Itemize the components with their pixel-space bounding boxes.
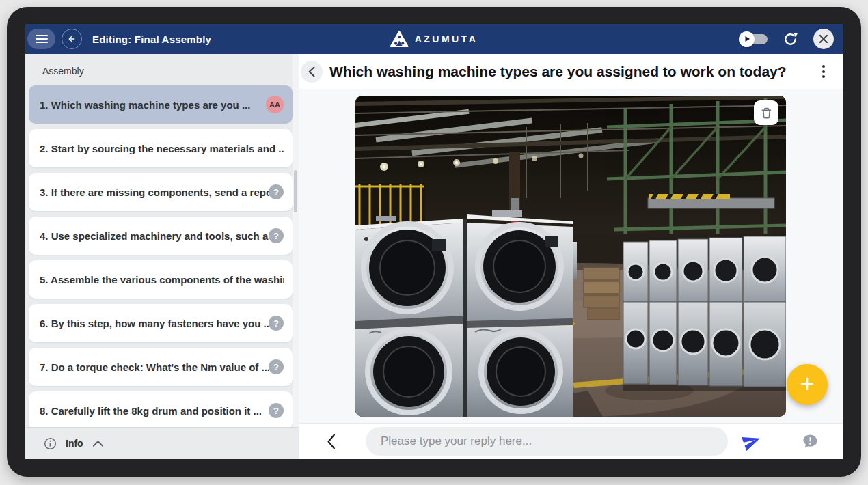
collapse-reply-button[interactable] — [326, 433, 336, 450]
send-icon — [739, 428, 765, 454]
step-item-1[interactable]: 1. Which washing machine types are you .… — [29, 85, 293, 124]
question-header: Which washing machine types are you assi… — [299, 54, 843, 89]
question-badge: ? — [269, 184, 284, 199]
kebab-menu-icon[interactable] — [818, 61, 829, 82]
azumuta-brand: AZUMUTA — [390, 31, 478, 48]
add-content-button[interactable]: + — [787, 364, 828, 405]
trash-icon — [760, 107, 773, 120]
assignee-avatar: AA — [266, 96, 284, 113]
azumuta-logo-icon — [390, 31, 409, 48]
step-item-5[interactable]: 5. Assemble the various components of th… — [29, 260, 293, 299]
step-item-7[interactable]: 7. Do a torque check: What's the Nm valu… — [29, 348, 293, 386]
step-item-2[interactable]: 2. Start by sourcing the necessary mater… — [29, 129, 293, 167]
reply-bar — [299, 423, 843, 459]
step-item-3[interactable]: 3. If there are missing components, send… — [29, 173, 293, 211]
brand-name: AZUMUTA — [415, 33, 478, 44]
close-button[interactable] — [813, 29, 834, 49]
refresh-icon — [783, 31, 798, 47]
info-label: Info — [66, 438, 83, 449]
top-bar: Editing: Final Assembly AZUMUTA — [25, 24, 843, 54]
back-button-topbar[interactable] — [62, 29, 82, 49]
question-title: Which washing machine types are you assi… — [329, 64, 787, 80]
report-issue-button[interactable] — [796, 428, 824, 455]
previous-step-button[interactable] — [301, 61, 323, 83]
question-badge: ? — [269, 359, 284, 374]
refresh-button[interactable] — [783, 31, 798, 47]
step-item-6[interactable]: 6. By this step, how many fasteners have… — [29, 304, 293, 342]
chevron-left-icon — [326, 433, 336, 450]
sidebar-scrollbar — [293, 54, 299, 427]
preview-toggle[interactable] — [739, 33, 768, 46]
step-list: 1. Which washing machine types are you .… — [25, 85, 299, 427]
editing-title: Editing: Final Assembly — [92, 33, 211, 45]
section-label: Assembly — [25, 54, 299, 85]
play-icon — [744, 36, 750, 42]
step-item-8[interactable]: 8. Carefully lift the 8kg drum and posit… — [29, 391, 293, 427]
reply-input[interactable] — [366, 427, 728, 456]
question-badge: ? — [269, 403, 284, 418]
arrow-left-icon — [66, 33, 78, 45]
topbar-controls — [739, 29, 834, 49]
question-badge: ? — [269, 316, 284, 331]
question-badge: ? — [269, 228, 284, 243]
device-frame: Editing: Final Assembly AZUMUTA — [7, 7, 861, 477]
scrollbar-thumb[interactable] — [294, 170, 297, 212]
question-panel: Which washing machine types are you assi… — [299, 54, 843, 459]
info-icon — [44, 437, 57, 450]
chevron-up-icon — [92, 440, 104, 447]
close-icon — [819, 34, 828, 44]
chevron-left-icon — [307, 66, 316, 78]
question-content: + — [299, 89, 843, 423]
plus-icon: + — [800, 372, 814, 396]
send-reply-button[interactable] — [738, 428, 765, 455]
info-bar[interactable]: Info — [25, 427, 299, 459]
factory-photo-illustration — [355, 96, 786, 417]
delete-image-button[interactable] — [754, 100, 778, 125]
step-item-4[interactable]: 4. Use specialized machinery and tools, … — [29, 217, 293, 255]
alert-bubble-icon — [801, 432, 819, 451]
menu-icon[interactable] — [27, 29, 55, 49]
app-body: Assembly 1. Which washing machine types … — [25, 54, 843, 459]
azumuta-app-window: Editing: Final Assembly AZUMUTA — [25, 24, 843, 459]
attachment-image — [355, 96, 786, 417]
steps-sidebar: Assembly 1. Which washing machine types … — [25, 54, 299, 459]
